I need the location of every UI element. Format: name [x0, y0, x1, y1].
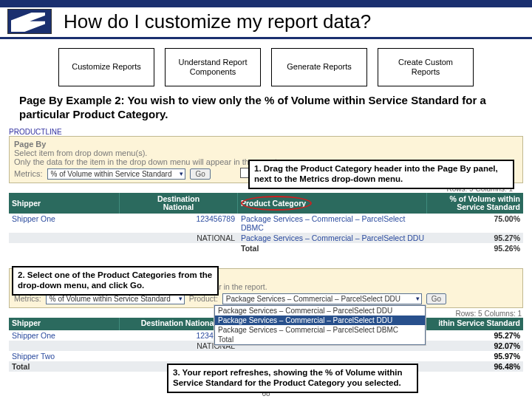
productline-link[interactable]: PRODUCTLINE: [9, 128, 523, 136]
callout-step-1: 1. Drag the Product Category header into…: [248, 160, 514, 189]
usps-logo: [7, 9, 52, 34]
col-shipper-b: Shipper: [9, 318, 120, 330]
metrics-label: Metrics:: [14, 169, 43, 178]
pageby-label: Page By: [14, 140, 518, 149]
go-button-a[interactable]: Go: [190, 168, 210, 180]
grid-a-body: Shipper One 123456789 Package Services –…: [9, 214, 523, 253]
grid-a-header: Shipper Destination National Product Cat…: [9, 193, 523, 214]
table-row: Total 95.26%: [9, 243, 523, 253]
nav-create-custom[interactable]: Create Custom Reports: [378, 48, 474, 86]
callout-step-3: 3. Your report refreshes, showing the % …: [167, 364, 418, 393]
dropdown-option[interactable]: Package Services – Commercial – ParcelSe…: [215, 325, 425, 335]
table-row: NATIONAL Package Services – Commercial –…: [9, 233, 523, 243]
go-button-b[interactable]: Go: [426, 293, 446, 304]
col-pct-volume: % of Volume within Service Standard: [427, 193, 523, 214]
example-intro: Page By Example 2: You wish to view only…: [0, 94, 532, 122]
dropdown-option[interactable]: Total: [215, 335, 425, 344]
metrics-label-b: Metrics:: [14, 294, 41, 303]
product-label: Product:: [189, 294, 218, 303]
nav-customize-reports[interactable]: Customize Reports: [58, 48, 154, 86]
product-dropdown[interactable]: Package Services – Commercial – ParcelSe…: [222, 293, 422, 304]
nav-understand-components[interactable]: Understand Report Components: [165, 48, 261, 86]
col-shipper: Shipper: [9, 193, 120, 214]
table-row: Shipper One 123456789 Package Services –…: [9, 214, 523, 233]
table-row: Shipper Two 95.97%: [9, 351, 523, 361]
callout-step-2: 2. Select one of the Product Categories …: [12, 266, 219, 296]
pageby-instruction: Select item from drop down menu(s).: [14, 149, 518, 157]
product-dropdown-open[interactable]: Package Services – Commercial – ParcelSe…: [214, 305, 426, 345]
dropdown-option[interactable]: Package Services – Commercial – ParcelSe…: [215, 306, 425, 316]
page-title: How do I customize my report data?: [64, 10, 371, 33]
metrics-dropdown-a[interactable]: % of Volume within Service Standard: [47, 168, 186, 180]
col-product-category[interactable]: Product Category: [238, 193, 427, 214]
dropdown-option-selected[interactable]: Package Services – Commercial – ParcelSe…: [215, 316, 425, 325]
nav-generate-reports[interactable]: Generate Reports: [271, 48, 367, 86]
col-destination: Destination National: [120, 193, 238, 214]
nav-steps: Customize Reports Understand Report Comp…: [0, 48, 532, 86]
